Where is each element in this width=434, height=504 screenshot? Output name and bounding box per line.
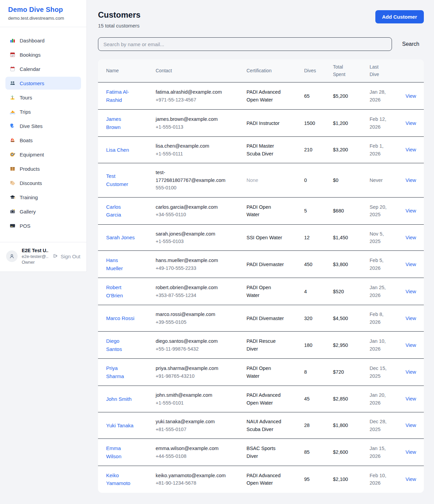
customer-name-link[interactable]: Fatima Al-Rashid	[106, 89, 129, 102]
table-row: Keiko Yamamoto keiko.yamamoto@example.co…	[98, 466, 424, 492]
customer-last-dive: Jan 15, 2026	[370, 439, 406, 466]
view-link[interactable]: View	[406, 342, 416, 348]
sidebar-item-boats[interactable]: Boats	[5, 134, 81, 147]
customer-dives: 45	[304, 386, 333, 412]
customer-name-link[interactable]: John Smith	[106, 396, 132, 402]
customer-last-dive: Feb 10, 2026	[370, 466, 406, 492]
sidebar-item-trips[interactable]: Trips	[5, 105, 81, 118]
view-link[interactable]: View	[406, 477, 416, 482]
search-button[interactable]: Search	[401, 39, 421, 49]
view-link[interactable]: View	[406, 208, 416, 213]
view-link[interactable]: View	[406, 289, 416, 294]
column-header-action	[406, 59, 424, 82]
logout-icon	[52, 253, 58, 259]
customer-dives: 85	[304, 439, 333, 466]
customer-certification: BSAC Sports Diver	[246, 439, 304, 466]
customers-table: NameContactCertificationDivesTotal Spent…	[98, 59, 424, 493]
user-email: e2e-tester@...	[22, 254, 48, 259]
main-content: Customers 15 total customers Add Custome…	[87, 0, 434, 493]
sidebar-item-products[interactable]: Products	[5, 162, 81, 175]
customer-name-link[interactable]: Priya Sharma	[106, 365, 124, 379]
customer-name-link[interactable]: Hans Mueller	[106, 257, 123, 271]
customer-name-link[interactable]: Marco Rossi	[106, 315, 134, 321]
customer-dives: 12	[304, 224, 333, 251]
customer-phone: +91-98765-43210	[156, 372, 226, 380]
customer-name-link[interactable]: Diego Santos	[106, 338, 122, 352]
customer-last-dive: Nov 5, 2025	[370, 224, 406, 251]
speedboat-icon	[9, 109, 16, 115]
sidebar-item-discounts[interactable]: Discounts	[5, 176, 81, 189]
sidebar-item-customers[interactable]: Customers	[5, 77, 81, 90]
customer-name-link[interactable]: Robert O'Brien	[106, 284, 123, 298]
customer-phone: +81-90-1234-5678	[156, 479, 226, 487]
customer-certification: PADI Rescue Diver	[246, 332, 304, 359]
table-row: Carlos Garcia carlos.garcia@example.com …	[98, 197, 424, 224]
package-icon	[9, 166, 16, 172]
customer-dives: 210	[304, 137, 333, 163]
view-link[interactable]: View	[406, 178, 416, 183]
customer-dives: 450	[304, 251, 333, 278]
customer-name-link[interactable]: Keiko Yamamoto	[106, 472, 130, 486]
customer-phone: +1-555-0103	[156, 238, 226, 245]
customer-name-link[interactable]: James Brown	[106, 116, 121, 130]
page-title: Customers	[98, 10, 140, 20]
view-link[interactable]: View	[406, 449, 416, 455]
table-row: Test Customer test-1772681807767@example…	[98, 163, 424, 197]
sailboat-icon	[9, 137, 16, 143]
view-link[interactable]: View	[406, 262, 416, 267]
view-link[interactable]: View	[406, 396, 416, 402]
view-link[interactable]: View	[406, 235, 416, 240]
customer-email: sarah.jones@example.com	[156, 230, 226, 238]
customer-dives: 65	[304, 82, 333, 110]
customer-last-dive: Feb 1, 2026	[370, 137, 406, 163]
camera-icon	[9, 208, 16, 214]
customer-last-dive: Dec 15, 2025	[370, 359, 406, 386]
sidebar-item-pos[interactable]: POS	[5, 219, 81, 232]
customer-phone: +1-555-0113	[156, 123, 226, 131]
view-link[interactable]: View	[406, 369, 416, 375]
sidebar-item-calendar[interactable]: Calendar	[5, 62, 81, 75]
customer-last-dive: Feb 12, 2026	[370, 110, 406, 137]
sidebar-item-label: Calendar	[20, 66, 40, 72]
sidebar: Demo Dive Shop demo.test.divestreams.com…	[0, 0, 87, 272]
sidebar-item-tours[interactable]: Tours	[5, 91, 81, 104]
sidebar-item-dashboard[interactable]: Dashboard	[5, 34, 81, 47]
customer-name-link[interactable]: Sarah Jones	[106, 235, 135, 240]
customer-name-link[interactable]: Yuki Tanaka	[106, 423, 134, 428]
customer-certification: PADI Open Water	[246, 278, 304, 305]
customer-last-dive: Jan 28, 2026	[370, 82, 406, 110]
customer-total-spent: $720	[333, 359, 370, 386]
page-header-text: Customers 15 total customers	[98, 10, 140, 29]
customer-phone: +34-555-0110	[156, 211, 226, 218]
view-link[interactable]: View	[406, 316, 416, 321]
view-link[interactable]: View	[406, 120, 416, 126]
customer-dives: 28	[304, 412, 333, 439]
customer-email: robert.obrien@example.com	[156, 284, 226, 291]
sign-out-button[interactable]: Sign Out	[52, 253, 80, 259]
customer-dives: 320	[304, 305, 333, 332]
customer-email: priya.sharma@example.com	[156, 365, 226, 372]
search-input[interactable]	[98, 37, 392, 51]
sidebar-item-dive-sites[interactable]: Dive Sites	[5, 119, 81, 132]
sidebar-item-gallery[interactable]: Gallery	[5, 205, 81, 218]
calendar-date-icon: 17	[9, 52, 16, 58]
view-link[interactable]: View	[406, 423, 416, 428]
customer-last-dive: Jan 25, 2026	[370, 278, 406, 305]
sidebar-item-equipment[interactable]: Equipment	[5, 148, 81, 161]
add-customer-button[interactable]: Add Customer	[375, 10, 424, 23]
customer-email: lisa.chen@example.com	[156, 142, 226, 150]
customer-email: keiko.yamamoto@example.com	[156, 472, 226, 479]
sidebar-item-bookings[interactable]: 17Bookings	[5, 48, 81, 61]
customer-name-link[interactable]: Lisa Chen	[106, 147, 129, 153]
sidebar-item-training[interactable]: Training	[5, 191, 81, 204]
sidebar-item-label: Dive Sites	[20, 123, 43, 129]
customer-certification: None	[246, 163, 304, 197]
customer-name-link[interactable]: Emma Wilson	[106, 445, 121, 459]
dive-mask-icon	[9, 151, 16, 157]
customer-name-link[interactable]: Carlos Garcia	[106, 204, 121, 218]
view-link[interactable]: View	[406, 93, 416, 99]
view-link[interactable]: View	[406, 147, 416, 152]
customer-last-dive: Dec 28, 2025	[370, 412, 406, 439]
table-row: Sarah Jones sarah.jones@example.com +1-5…	[98, 224, 424, 251]
customer-name-link[interactable]: Test Customer	[106, 173, 128, 187]
